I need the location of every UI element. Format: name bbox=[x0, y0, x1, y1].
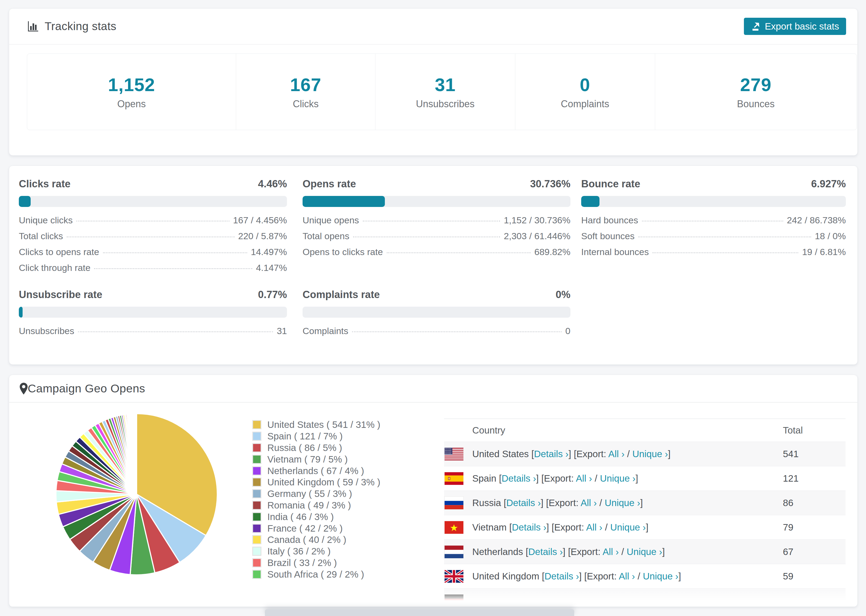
complaints-rate-title: Complaints rate bbox=[302, 289, 380, 300]
legend-label: United States ( 541 / 31% ) bbox=[267, 419, 380, 430]
rate-stat-value: 31 bbox=[277, 326, 287, 336]
details-link[interactable]: Details › bbox=[512, 522, 546, 533]
details-link[interactable]: Details › bbox=[506, 498, 540, 508]
export-unique-link[interactable]: Unique › bbox=[632, 449, 668, 459]
dotted-leader bbox=[103, 252, 247, 253]
dotted-leader bbox=[76, 221, 229, 222]
rate-stat-row: Internal bounces 19 / 6.81% bbox=[581, 247, 846, 262]
export-all-link[interactable]: All › bbox=[619, 571, 635, 581]
geo-opens-card: Campaign Geo Opens United States ( 541 /… bbox=[9, 375, 858, 607]
complaints-rate-progressbar bbox=[302, 306, 570, 318]
bottom-overlay-bar bbox=[265, 609, 574, 616]
dotted-leader bbox=[67, 237, 234, 237]
rate-stat-label: Soft bounces bbox=[581, 231, 635, 241]
table-row: Vietnam [Details ›] [Export: All › / Uni… bbox=[444, 515, 846, 539]
legend-swatch bbox=[252, 524, 261, 533]
country-cell: Spain [Details ›] [Export: All › / Uniqu… bbox=[472, 473, 638, 484]
opens-rate-progressbar bbox=[302, 196, 570, 207]
export-all-link[interactable]: All › bbox=[576, 473, 592, 484]
complaints-rate-block: Complaints rate0% Complaints 0 bbox=[302, 289, 570, 342]
details-link[interactable]: Details › bbox=[502, 473, 536, 484]
table-header-row: Country Total bbox=[444, 418, 846, 442]
rate-stat-label: Unsubscribes bbox=[19, 326, 74, 336]
legend-swatch bbox=[252, 512, 261, 522]
stat-box-bounces: 279 Bounces bbox=[655, 54, 857, 130]
rate-stat-row: Total opens 2,303 / 61.446% bbox=[302, 231, 570, 247]
stat-box-clicks: 167 Clicks bbox=[236, 54, 375, 130]
export-all-link[interactable]: All › bbox=[581, 498, 597, 508]
stat-box-unsubscribes: 31 Unsubscribes bbox=[375, 54, 515, 130]
export-basic-stats-button[interactable]: Export basic stats bbox=[744, 18, 846, 35]
legend-label: India ( 46 / 3% ) bbox=[267, 511, 334, 522]
stat-label: Unsubscribes bbox=[416, 98, 475, 110]
legend-item: Vietnam ( 79 / 5% ) bbox=[252, 453, 380, 465]
legend-item: Spain ( 121 / 7% ) bbox=[252, 431, 380, 442]
stat-box-complaints: 0 Complaints bbox=[515, 54, 655, 130]
dotted-leader bbox=[78, 332, 273, 332]
country-flag-icon bbox=[444, 472, 463, 485]
export-unique-link[interactable]: Unique › bbox=[627, 546, 662, 557]
export-unique-link[interactable]: Unique › bbox=[610, 522, 646, 533]
bounce-rate-progressbar bbox=[581, 196, 846, 207]
export-unique-link[interactable]: Unique › bbox=[643, 571, 678, 581]
legend-swatch bbox=[252, 547, 261, 556]
table-row: United States [Details ›] [Export: All ›… bbox=[444, 442, 846, 466]
country-cell: Vietnam [Details ›] [Export: All › / Uni… bbox=[472, 522, 649, 533]
unsubscribe-rate-progressbar bbox=[19, 306, 287, 318]
details-link[interactable]: Details › bbox=[545, 571, 579, 581]
legend-item: Brazil ( 33 / 2% ) bbox=[252, 557, 380, 569]
legend-item: South Africa ( 29 / 2% ) bbox=[252, 569, 380, 580]
legend-swatch bbox=[252, 501, 261, 510]
rate-stat-row: Opens to clicks rate 689.82% bbox=[302, 247, 570, 262]
tracking-stats-card: Tracking stats Export basic stats 1,152 … bbox=[9, 8, 858, 156]
clicks-rate-progressbar bbox=[19, 196, 287, 207]
legend-swatch bbox=[252, 535, 261, 544]
map-pin-icon bbox=[20, 383, 28, 394]
details-link[interactable]: Details › bbox=[534, 449, 568, 459]
details-link[interactable]: Details › bbox=[528, 546, 563, 557]
rate-stat-row: Complaints 0 bbox=[302, 326, 570, 342]
stat-value: 1,152 bbox=[108, 74, 155, 95]
country-flag-icon bbox=[444, 570, 463, 583]
dotted-leader bbox=[387, 252, 531, 253]
rate-stat-value: 4.147% bbox=[256, 262, 287, 273]
rate-stat-value: 1,152 / 30.736% bbox=[504, 215, 570, 225]
opens-rate-percent: 30.736% bbox=[530, 178, 570, 190]
export-unique-link[interactable]: Unique › bbox=[600, 473, 636, 484]
stat-box-opens: 1,152 Opens bbox=[27, 54, 236, 130]
dotted-leader bbox=[642, 221, 783, 222]
export-all-link[interactable]: All › bbox=[586, 522, 602, 533]
unsubscribe-rate-title: Unsubscribe rate bbox=[19, 289, 102, 300]
country-cell: United Kingdom [Details ›] [Export: All … bbox=[472, 571, 681, 581]
legend-label: Canada ( 40 / 2% ) bbox=[267, 534, 346, 545]
table-row: United Kingdom [Details ›] [Export: All … bbox=[444, 564, 846, 588]
rate-stat-value: 689.82% bbox=[534, 247, 570, 257]
legend-item: Germany ( 55 / 3% ) bbox=[252, 488, 380, 500]
rate-stat-value: 19 / 6.81% bbox=[802, 247, 846, 257]
dotted-leader bbox=[638, 237, 811, 237]
legend-label: United Kingdom ( 59 / 3% ) bbox=[267, 477, 380, 487]
rate-stat-value: 242 / 86.738% bbox=[787, 215, 846, 225]
stat-label: Bounces bbox=[737, 98, 775, 110]
rate-stat-value: 14.497% bbox=[251, 247, 287, 257]
rate-stat-value: 2,303 / 61.446% bbox=[504, 231, 570, 241]
rate-stat-row: Hard bounces 242 / 86.738% bbox=[581, 215, 846, 231]
rates-card: Clicks rate4.46% Unique clicks 167 / 4.4… bbox=[9, 165, 858, 365]
country-flag-icon bbox=[444, 497, 463, 509]
unsubscribe-rate-block: Unsubscribe rate0.77% Unsubscribes 31 bbox=[19, 289, 287, 342]
dotted-leader bbox=[352, 332, 562, 332]
legend-label: Vietnam ( 79 / 5% ) bbox=[267, 454, 348, 465]
export-all-link[interactable]: All › bbox=[602, 546, 619, 557]
export-all-link[interactable]: All › bbox=[608, 449, 625, 459]
legend-label: Romania ( 49 / 3% ) bbox=[267, 500, 351, 511]
legend-label: France ( 42 / 2% ) bbox=[267, 523, 343, 534]
stat-label: Opens bbox=[117, 98, 146, 110]
dotted-leader bbox=[652, 252, 798, 253]
export-unique-link[interactable]: Unique › bbox=[605, 498, 640, 508]
bar-chart-icon bbox=[27, 20, 39, 33]
legend-label: Italy ( 36 / 2% ) bbox=[267, 546, 331, 556]
legend-item: France ( 42 / 2% ) bbox=[252, 522, 380, 534]
rate-stat-label: Complaints bbox=[302, 326, 348, 336]
legend-swatch bbox=[252, 558, 261, 567]
column-header-total: Total bbox=[783, 425, 846, 436]
